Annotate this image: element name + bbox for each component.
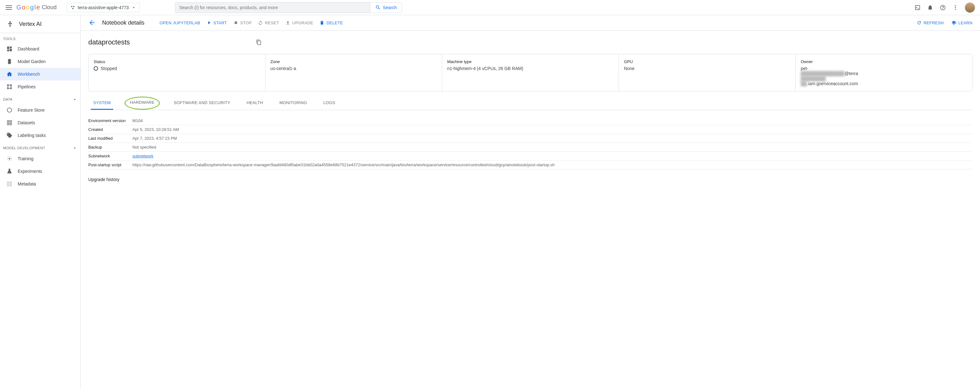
- row-modified: Last modifiedApr 7, 2023, 4:57:23 PM: [88, 134, 972, 143]
- svg-point-6: [9, 158, 10, 160]
- search-container: Search: [175, 2, 402, 13]
- tabs: SYSTEM HARDWARE SOFTWARE AND SECURITY HE…: [88, 97, 972, 110]
- section-data[interactable]: DATA: [0, 93, 80, 104]
- sidebar: Vertex AI TOOLS Dashboard Model Garden W…: [0, 15, 81, 388]
- svg-point-3: [955, 5, 956, 6]
- nav-model-garden[interactable]: Model Garden: [0, 55, 80, 68]
- nav-labeling-tasks[interactable]: Labeling tasks: [0, 129, 80, 142]
- info-zone: Zone us-central1-a: [266, 54, 442, 91]
- learn-button[interactable]: LEARN: [951, 20, 972, 25]
- refresh-button[interactable]: REFRESH: [916, 20, 944, 25]
- tab-hardware[interactable]: HARDWARE: [124, 97, 160, 110]
- subnetwork-link[interactable]: subnetwork: [132, 153, 153, 158]
- delete-icon: [320, 20, 325, 25]
- learn-icon: [951, 20, 956, 25]
- info-gpu: GPU None: [619, 54, 796, 91]
- info-card: Status Stopped Zone us-central1-a Machin…: [88, 54, 972, 91]
- nav-datasets[interactable]: Datasets: [0, 117, 80, 129]
- project-name: terra-assistive-apple-4773: [78, 5, 129, 10]
- svg-point-1: [73, 6, 75, 7]
- tab-system[interactable]: SYSTEM: [91, 97, 113, 110]
- row-backup: BackupNot specified: [88, 143, 972, 152]
- info-owner: Owner pet- ██████████████@terra ████████…: [795, 54, 972, 91]
- row-env-version: Environment versionM104: [88, 117, 972, 125]
- back-arrow-icon[interactable]: [88, 19, 96, 27]
- header-right: [915, 3, 975, 13]
- stop-icon: [233, 20, 239, 25]
- section-tools: TOOLS: [0, 33, 80, 43]
- more-icon[interactable]: [952, 5, 959, 11]
- refresh-icon: [916, 20, 922, 25]
- nav-workbench[interactable]: Workbench: [0, 68, 80, 80]
- page-title: Notebook details: [102, 19, 145, 26]
- product-title[interactable]: Vertex AI: [0, 15, 80, 33]
- svg-point-4: [955, 7, 956, 8]
- resource-name: dataproctests: [88, 38, 130, 46]
- play-icon: [207, 20, 212, 25]
- section-model-dev[interactable]: MODEL DEVELOPMENT: [0, 142, 80, 152]
- open-jupyterlab-button[interactable]: OPEN JUPYTERLAB: [159, 21, 200, 25]
- tab-health[interactable]: HEALTH: [244, 97, 266, 110]
- start-button[interactable]: START: [207, 20, 227, 25]
- project-icon: [70, 5, 75, 10]
- dropdown-icon: [131, 5, 136, 10]
- tab-logs[interactable]: LOGS: [321, 97, 338, 110]
- upgrade-icon: [285, 20, 290, 25]
- reset-icon: [258, 20, 263, 25]
- row-created: CreatedApr 5, 2023, 10:28:51 AM: [88, 125, 972, 134]
- svg-point-5: [955, 9, 956, 10]
- info-machine: Machine type n1-highmem-4 (4 vCPUs, 26 G…: [442, 54, 619, 91]
- user-avatar[interactable]: [965, 3, 975, 13]
- notifications-icon[interactable]: [927, 5, 933, 11]
- svg-point-2: [72, 8, 73, 9]
- copy-icon[interactable]: [256, 40, 262, 45]
- top-header: Google Cloud terra-assistive-apple-4773 …: [0, 0, 980, 15]
- nav-feature-store[interactable]: Feature Store: [0, 104, 80, 117]
- chevron-up-icon: [72, 145, 77, 150]
- delete-button[interactable]: DELETE: [320, 20, 343, 25]
- help-icon[interactable]: [940, 5, 946, 11]
- main-menu-icon[interactable]: [5, 4, 13, 11]
- nav-pipelines[interactable]: Pipelines: [0, 80, 80, 93]
- tab-software-security[interactable]: SOFTWARE AND SECURITY: [171, 97, 233, 110]
- resource-name-row: dataproctests: [88, 38, 972, 46]
- row-subnetwork: Subnetworksubnetwork: [88, 152, 972, 161]
- project-selector[interactable]: terra-assistive-apple-4773: [67, 3, 140, 12]
- info-status: Status Stopped: [89, 54, 266, 91]
- main-content: Notebook details OPEN JUPYTERLAB START S…: [81, 15, 980, 388]
- row-post-startup: Post-startup scripthttps://raw.githubuse…: [88, 161, 972, 169]
- search-input[interactable]: [175, 2, 370, 13]
- chevron-up-icon: [72, 97, 77, 102]
- nav-dashboard[interactable]: Dashboard: [0, 43, 80, 55]
- upgrade-history-heading: Upgrade history: [88, 177, 972, 182]
- search-button[interactable]: Search: [370, 2, 402, 13]
- status-stopped-icon: [94, 66, 98, 71]
- google-cloud-logo[interactable]: Google Cloud: [16, 4, 57, 11]
- reset-button[interactable]: RESET: [258, 20, 279, 25]
- nav-experiments[interactable]: Experiments: [0, 165, 80, 177]
- cloud-shell-icon[interactable]: [915, 5, 921, 11]
- action-bar: Notebook details OPEN JUPYTERLAB START S…: [81, 15, 980, 30]
- details-table: Environment versionM104 CreatedApr 5, 20…: [88, 117, 972, 169]
- stop-button[interactable]: STOP: [233, 20, 251, 25]
- search-icon: [375, 5, 381, 10]
- nav-training[interactable]: Training: [0, 152, 80, 165]
- upgrade-button[interactable]: UPGRADE: [285, 20, 313, 25]
- vertex-ai-icon: [6, 20, 14, 28]
- svg-point-0: [71, 6, 72, 7]
- nav-metadata[interactable]: Metadata: [0, 177, 80, 190]
- tab-monitoring[interactable]: MONITORING: [277, 97, 309, 110]
